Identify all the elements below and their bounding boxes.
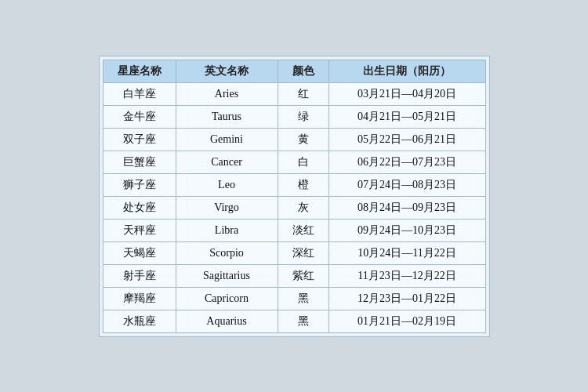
cell-cn: 狮子座: [103, 173, 176, 196]
cell-en: Aries: [176, 82, 278, 105]
cell-en: Taurus: [176, 105, 278, 128]
table-row: 处女座Virgo灰08月24日—09月23日: [103, 196, 485, 219]
cell-color: 红: [278, 82, 328, 105]
cell-en: Sagittarius: [176, 264, 278, 287]
header-cn: 星座名称: [103, 60, 176, 82]
cell-cn: 天秤座: [103, 219, 176, 241]
table-row: 水瓶座Aquarius黑01月21日—02月19日: [103, 310, 485, 332]
cell-color: 黑: [278, 287, 328, 310]
table-body: 白羊座Aries红03月21日—04月20日金牛座Taurus绿04月21日—0…: [103, 82, 485, 332]
header-en: 英文名称: [176, 60, 278, 82]
table-row: 白羊座Aries红03月21日—04月20日: [103, 82, 485, 105]
cell-cn: 水瓶座: [103, 310, 176, 332]
cell-en: Gemini: [176, 128, 278, 151]
cell-cn: 天蝎座: [103, 241, 176, 264]
cell-cn: 白羊座: [103, 82, 176, 105]
table-row: 天蝎座Scorpio深红10月24日—11月22日: [103, 241, 485, 264]
cell-color: 黄: [278, 128, 328, 151]
header-color: 颜色: [278, 60, 328, 82]
cell-color: 紫红: [278, 264, 328, 287]
header-date: 出生日期（阳历）: [328, 60, 485, 82]
cell-date: 05月22日—06月21日: [328, 128, 485, 151]
table-row: 巨蟹座Cancer白06月22日—07月23日: [103, 151, 485, 173]
cell-cn: 双子座: [103, 128, 176, 151]
zodiac-table: 星座名称 英文名称 颜色 出生日期（阳历） 白羊座Aries红03月21日—04…: [103, 60, 486, 333]
cell-date: 04月21日—05月21日: [328, 105, 485, 128]
table-row: 金牛座Taurus绿04月21日—05月21日: [103, 105, 485, 128]
zodiac-table-container: 星座名称 英文名称 颜色 出生日期（阳历） 白羊座Aries红03月21日—04…: [99, 56, 490, 337]
table-row: 摩羯座Capricorn黑12月23日—01月22日: [103, 287, 485, 310]
table-row: 天秤座Libra淡红09月24日—10月23日: [103, 219, 485, 241]
cell-en: Capricorn: [176, 287, 278, 310]
cell-date: 11月23日—12月22日: [328, 264, 485, 287]
table-header-row: 星座名称 英文名称 颜色 出生日期（阳历）: [103, 60, 485, 82]
cell-cn: 射手座: [103, 264, 176, 287]
cell-date: 10月24日—11月22日: [328, 241, 485, 264]
cell-color: 橙: [278, 173, 328, 196]
cell-date: 09月24日—10月23日: [328, 219, 485, 241]
cell-cn: 摩羯座: [103, 287, 176, 310]
cell-en: Cancer: [176, 151, 278, 173]
cell-color: 黑: [278, 310, 328, 332]
cell-cn: 金牛座: [103, 105, 176, 128]
cell-color: 白: [278, 151, 328, 173]
cell-en: Virgo: [176, 196, 278, 219]
cell-color: 灰: [278, 196, 328, 219]
cell-cn: 巨蟹座: [103, 151, 176, 173]
cell-color: 绿: [278, 105, 328, 128]
cell-date: 12月23日—01月22日: [328, 287, 485, 310]
cell-en: Scorpio: [176, 241, 278, 264]
cell-date: 03月21日—04月20日: [328, 82, 485, 105]
cell-color: 淡红: [278, 219, 328, 241]
cell-color: 深红: [278, 241, 328, 264]
cell-en: Aquarius: [176, 310, 278, 332]
cell-date: 06月22日—07月23日: [328, 151, 485, 173]
table-row: 双子座Gemini黄05月22日—06月21日: [103, 128, 485, 151]
cell-en: Libra: [176, 219, 278, 241]
table-row: 狮子座Leo橙07月24日—08月23日: [103, 173, 485, 196]
cell-date: 01月21日—02月19日: [328, 310, 485, 332]
table-row: 射手座Sagittarius紫红11月23日—12月22日: [103, 264, 485, 287]
cell-en: Leo: [176, 173, 278, 196]
cell-date: 07月24日—08月23日: [328, 173, 485, 196]
cell-cn: 处女座: [103, 196, 176, 219]
cell-date: 08月24日—09月23日: [328, 196, 485, 219]
